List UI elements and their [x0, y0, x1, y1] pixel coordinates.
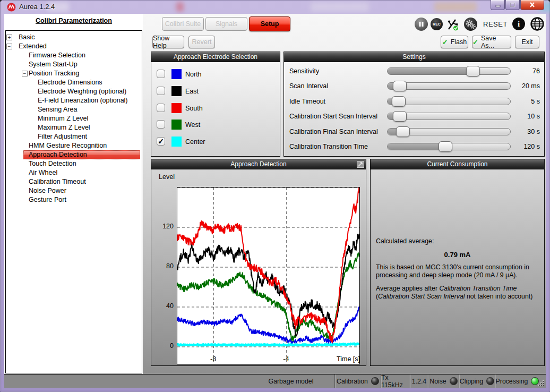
setting-row-calibration-final-scan-interval: Calibration Final Scan Interval30 s: [284, 124, 544, 139]
pause-button[interactable]: [415, 18, 428, 31]
electrode-row-north: North: [151, 67, 280, 82]
checkbox-south[interactable]: [157, 104, 165, 112]
status-label: 1.2.4: [412, 378, 426, 385]
slider-handle-sensitivity[interactable]: [466, 66, 480, 76]
sidebar-header: Colibri Parameterization: [5, 17, 142, 24]
tree-item-position-tracking[interactable]: −Position Tracking: [6, 69, 142, 78]
pause-icon: [418, 21, 424, 27]
tree-item-noise-power[interactable]: Noise Power: [6, 186, 142, 195]
exit-button[interactable]: Exit: [515, 36, 539, 48]
info-button[interactable]: i: [512, 18, 525, 30]
maximize-button[interactable]: [505, 0, 520, 10]
language-globe-button[interactable]: [530, 16, 545, 31]
save-as-button[interactable]: ✓Save As...: [472, 36, 511, 48]
collapse-icon[interactable]: −: [6, 44, 12, 49]
collapse-icon[interactable]: −: [22, 71, 28, 76]
current-consumption-panel: Current Consumption Calculated average: …: [370, 159, 545, 366]
color-swatch-center: [171, 137, 182, 147]
x-tick-label: -4: [278, 355, 294, 363]
checkbox-center[interactable]: ✓: [157, 137, 165, 146]
client-area: Colibri Parameterization +Basic−Extended…: [4, 14, 546, 388]
slider-track-calibration-transition-time[interactable]: [387, 143, 511, 150]
tab-signals[interactable]: Signals: [205, 17, 247, 31]
slider-handle-calibration-start-scan-interval[interactable]: [393, 111, 407, 122]
tab-setup[interactable]: Setup: [249, 16, 290, 31]
flash-button[interactable]: ✓Flash: [441, 36, 468, 48]
slider-handle-idle-timeout[interactable]: [392, 96, 406, 107]
status-led-dark: [450, 377, 458, 385]
settings-panel: Settings Sensitivity76Scan Interval20 ms…: [283, 52, 545, 157]
setting-label: Idle Timeout: [289, 94, 325, 109]
slider-track-calibration-final-scan-interval[interactable]: [387, 128, 511, 135]
tree-item-label: Electrode Weighting (optional): [38, 87, 126, 96]
tab-colibri-suite[interactable]: Colibri Suite: [162, 17, 204, 31]
revert-button[interactable]: Revert: [188, 36, 215, 48]
electrode-label: Center: [185, 134, 205, 149]
status-label: Processing: [496, 378, 528, 385]
slider-track-idle-timeout[interactable]: [387, 98, 511, 105]
tree-item-extended[interactable]: −Extended: [6, 42, 142, 51]
slider-handle-calibration-transition-time[interactable]: [439, 141, 452, 152]
tree-item-approach-detection[interactable]: Approach Detection: [6, 150, 142, 159]
reset-button[interactable]: RESET: [483, 20, 508, 28]
tree-item-system-start-up[interactable]: System Start-Up: [6, 60, 142, 69]
background-window-blur: [434, 2, 477, 12]
minimize-button[interactable]: [491, 0, 505, 10]
slider-track-scan-interval[interactable]: [387, 82, 511, 90]
setting-label: Calibration Transition Time: [289, 139, 368, 154]
checkbox-west[interactable]: [157, 120, 165, 129]
microchip-logo-icon: [7, 3, 16, 12]
check-icon: ✓: [472, 38, 478, 46]
tree-item-basic[interactable]: +Basic: [6, 33, 142, 42]
color-swatch-east: [171, 86, 182, 96]
status-segment-noise: Noise: [428, 374, 459, 388]
show-help-button[interactable]: Show Help: [152, 36, 184, 48]
titlebar[interactable]: Aurea 1.2.4: [0, 0, 550, 14]
checkbox-east[interactable]: [157, 87, 165, 95]
tree-item-touch-detection[interactable]: Touch Detection: [6, 159, 142, 168]
electrode-selection-panel: Approach Electrode Selection NorthEastSo…: [151, 52, 280, 157]
tree-item-calibration-timeout[interactable]: Calibration Timeout: [6, 177, 142, 186]
slider-track-sensitivity[interactable]: [387, 67, 511, 75]
popout-icon[interactable]: [357, 161, 364, 168]
tree-item-electrode-weighting-optional[interactable]: Electrode Weighting (optional): [6, 87, 142, 96]
tree-item-e-field-linearization-optional[interactable]: E-Field Linearization (optional): [6, 96, 142, 105]
parameter-tree: +Basic−ExtendedFirmware SelectionSystem …: [5, 30, 142, 373]
status-segment-tx-115khz: Tx 115kHz: [381, 374, 410, 388]
tree-item-gesture-port[interactable]: Gesture Port: [6, 195, 142, 204]
tree-item-label: Approach Detection: [29, 150, 87, 159]
color-swatch-west: [171, 120, 182, 130]
settings-gears-button[interactable]: [464, 18, 477, 31]
record-button[interactable]: REC: [431, 18, 443, 30]
tree-item-label: Calibration Timeout: [29, 177, 86, 186]
tree-item-minimum-z-level[interactable]: Minimum Z Level: [6, 114, 142, 123]
tree-item-electrode-dimensions[interactable]: Electrode Dimensions: [6, 78, 142, 87]
slider-handle-calibration-final-scan-interval[interactable]: [396, 126, 410, 137]
close-icon: [529, 2, 535, 7]
garbage-model-label: Garbage model: [240, 374, 341, 388]
tree-item-firmware-selection[interactable]: Firmware Selection: [6, 51, 142, 60]
setting-value: 120 s: [497, 139, 540, 154]
tree-item-air-wheel[interactable]: Air Wheel: [6, 168, 142, 177]
color-swatch-south: [171, 103, 182, 113]
tree-item-maximum-z-level[interactable]: Maximum Z Level: [6, 123, 142, 132]
main-area: Colibri Suite Signals Setup REC: [143, 14, 546, 374]
setting-label: Sensitivity: [289, 64, 319, 79]
close-button[interactable]: [520, 0, 544, 10]
slider-track-calibration-start-scan-interval[interactable]: [387, 113, 511, 120]
usb-status-button[interactable]: [446, 16, 459, 31]
slider-handle-scan-interval[interactable]: [393, 81, 407, 91]
tree-item-filter-adjustment[interactable]: Filter Adjustment: [6, 132, 142, 141]
expand-icon[interactable]: +: [6, 35, 12, 40]
tree-item-label: Extended: [19, 42, 47, 51]
y-tick-label: 80: [151, 262, 174, 270]
tree-item-hmm-gesture-recognition[interactable]: HMM Gesture Recognition: [6, 141, 142, 150]
status-led-dark: [486, 377, 494, 385]
status-led-dark: [371, 377, 379, 385]
tree-item-label: Minimum Z Level: [38, 114, 88, 123]
tree-item-sensing-area[interactable]: Sensing Area: [6, 105, 142, 114]
checkbox-north[interactable]: [157, 70, 165, 78]
y-axis-label: Level: [154, 173, 175, 181]
electrode-label: West: [185, 117, 200, 132]
tree-item-label: Electrode Dimensions: [38, 78, 102, 87]
